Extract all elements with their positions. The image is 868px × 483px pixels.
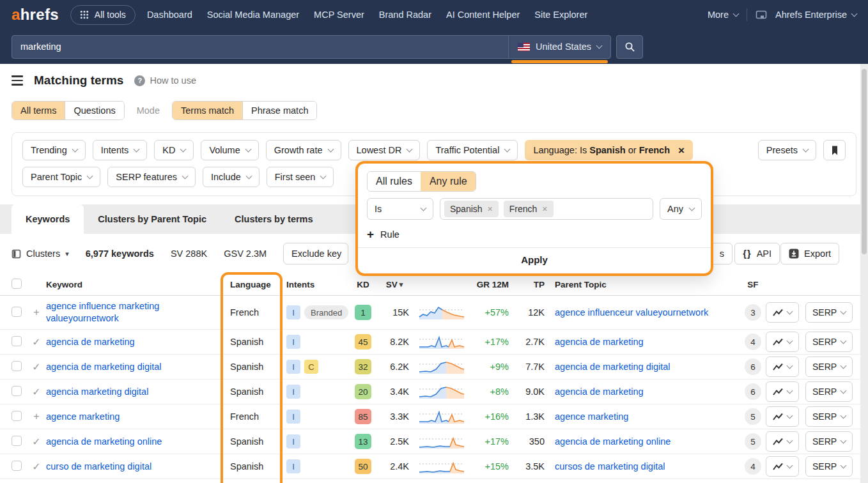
parent-topic-link[interactable]: agencia de marketing digital xyxy=(555,362,670,372)
search-button[interactable] xyxy=(616,35,643,59)
nav-item-dashboard[interactable]: Dashboard xyxy=(147,10,192,20)
api-button[interactable]: {} API xyxy=(734,243,780,264)
col-intents[interactable]: Intents xyxy=(281,280,352,289)
col-language[interactable]: Language xyxy=(222,280,281,289)
tab-clusters-by-parent-topic[interactable]: Clusters by Parent Topic xyxy=(84,204,221,234)
bookmark-button[interactable] xyxy=(823,140,846,160)
col-kd[interactable]: KD xyxy=(352,280,375,289)
all-tools-button[interactable]: All tools xyxy=(70,5,136,25)
filter-include[interactable]: Include xyxy=(203,167,260,187)
search-input[interactable]: marketing xyxy=(12,42,508,52)
parent-topic-link[interactable]: agencia de marketing xyxy=(555,387,644,397)
operator-select[interactable]: Is xyxy=(367,198,433,220)
filter-kd[interactable]: KD xyxy=(154,140,194,160)
country-selector[interactable]: United States xyxy=(508,36,610,58)
parent-topic-link[interactable]: agencia de marketing xyxy=(555,337,644,347)
col-gr[interactable]: GR 12M xyxy=(469,280,514,289)
more-menu[interactable]: More xyxy=(708,10,738,20)
apply-button[interactable]: Apply xyxy=(358,247,711,273)
row-checkbox[interactable] xyxy=(12,386,22,396)
presets-button[interactable]: Presets xyxy=(758,140,816,160)
row-state-icon[interactable]: ✓ xyxy=(27,461,46,473)
language-filter-chip[interactable]: Language: Is Spanish or French × xyxy=(525,140,693,160)
segment-phrase-match[interactable]: Phrase match xyxy=(242,102,316,119)
filter-first-seen[interactable]: First seen xyxy=(267,167,334,187)
account-menu[interactable]: Ahrefs Enterprise xyxy=(775,10,856,20)
search-bar[interactable]: marketing United States xyxy=(12,35,611,59)
row-checkbox[interactable] xyxy=(12,461,22,471)
row-state-icon[interactable]: ✓ xyxy=(27,336,46,348)
serp-button[interactable]: SERP xyxy=(805,356,853,377)
remove-tag-icon[interactable]: × xyxy=(542,204,547,214)
segment-terms-match[interactable]: Terms match xyxy=(173,102,242,119)
col-keyword[interactable]: Keyword xyxy=(46,280,222,289)
remove-tag-icon[interactable]: × xyxy=(488,204,493,214)
close-icon[interactable]: × xyxy=(678,145,685,156)
select-all-checkbox[interactable] xyxy=(12,279,22,289)
filter-traffic-potential[interactable]: Traffic Potential xyxy=(427,140,518,160)
tab-clusters-by-terms[interactable]: Clusters by terms xyxy=(221,204,327,234)
serp-button[interactable]: SERP xyxy=(805,406,853,427)
filter-growth-rate[interactable]: Growth rate xyxy=(266,140,341,160)
parent-topic-link[interactable]: agencia de marketing online xyxy=(555,436,670,447)
export-button[interactable]: Export xyxy=(780,243,839,264)
vertical-scrollbar[interactable] xyxy=(860,64,868,483)
keyword-link[interactable]: agence influence marketing valueyournetw… xyxy=(46,301,159,323)
keyword-link[interactable]: agencia de marketing digital xyxy=(46,362,162,372)
scrollbar-thumb[interactable] xyxy=(862,69,867,254)
keyword-link[interactable]: agencia de marketing online xyxy=(46,436,162,447)
col-tp[interactable]: TP xyxy=(514,280,550,289)
filter-trending[interactable]: Trending xyxy=(22,140,86,160)
segment-questions[interactable]: Questions xyxy=(65,102,123,119)
trend-chart-button[interactable] xyxy=(766,381,799,402)
filter-volume[interactable]: Volume xyxy=(201,140,258,160)
parent-topic-link[interactable]: cursos de marketing digital xyxy=(555,461,665,471)
filter-lowest-dr[interactable]: Lowest DR xyxy=(348,140,421,160)
trend-chart-button[interactable] xyxy=(766,406,799,427)
row-state-icon[interactable]: + xyxy=(27,307,46,318)
menu-icon[interactable] xyxy=(12,74,23,86)
row-checkbox[interactable] xyxy=(12,361,22,371)
clusters-dropdown[interactable]: Clusters ▾ xyxy=(12,249,69,259)
row-state-icon[interactable]: ✓ xyxy=(27,361,46,373)
nav-item-social-media-manager[interactable]: Social Media Manager xyxy=(207,10,299,20)
segment-all-rules[interactable]: All rules xyxy=(368,172,421,191)
row-state-icon[interactable]: ✓ xyxy=(27,436,46,448)
match-select[interactable]: Any xyxy=(660,198,702,220)
ahrefs-logo[interactable]: ahrefs xyxy=(12,6,59,24)
filter-serp-features[interactable]: SERP features xyxy=(107,167,196,187)
filter-intents[interactable]: Intents xyxy=(93,140,148,160)
how-to-use-link[interactable]: ? How to use xyxy=(134,75,196,86)
col-sf[interactable]: SF xyxy=(740,280,766,289)
serp-button[interactable]: SERP xyxy=(805,381,853,402)
row-checkbox[interactable] xyxy=(12,411,22,421)
add-rule-button[interactable]: + Rule xyxy=(367,228,702,240)
col-parent-topic[interactable]: Parent Topic xyxy=(550,280,740,289)
keyword-link[interactable]: agencia de marketing xyxy=(46,337,135,347)
row-checkbox[interactable] xyxy=(12,307,22,317)
tab-keywords[interactable]: Keywords xyxy=(12,204,84,234)
serp-button[interactable]: SERP xyxy=(805,431,853,452)
parent-topic-link[interactable]: agence marketing xyxy=(555,411,628,422)
row-checkbox[interactable] xyxy=(12,436,22,446)
nav-item-ai-content-helper[interactable]: AI Content Helper xyxy=(446,10,520,20)
exclude-keywords-button[interactable]: Exclude key xyxy=(283,243,348,264)
segment-any-rule[interactable]: Any rule xyxy=(421,172,476,191)
serp-button[interactable]: SERP xyxy=(805,302,853,323)
trend-chart-button[interactable] xyxy=(766,302,799,323)
trend-chart-button[interactable] xyxy=(766,332,799,352)
filter-parent-topic[interactable]: Parent Topic xyxy=(22,167,100,187)
row-state-icon[interactable]: ✓ xyxy=(27,386,46,398)
parent-topic-link[interactable]: agence influenceur valueyournetwork xyxy=(555,307,708,318)
nav-item-site-explorer[interactable]: Site Explorer xyxy=(534,10,587,20)
keyword-link[interactable]: curso de marketing digital xyxy=(46,461,151,471)
col-sv[interactable]: SV ▾ xyxy=(375,280,414,289)
trend-chart-button[interactable] xyxy=(766,456,799,477)
language-tags-input[interactable]: Spanish×French× xyxy=(440,198,653,220)
serp-button[interactable]: SERP xyxy=(805,332,853,352)
nav-item-mcp-server[interactable]: MCP Server xyxy=(314,10,364,20)
row-checkbox[interactable] xyxy=(12,336,22,346)
serp-button[interactable]: SERP xyxy=(805,456,853,477)
keyword-link[interactable]: agence marketing xyxy=(46,411,120,422)
nav-item-brand-radar[interactable]: Brand Radar xyxy=(379,10,431,20)
